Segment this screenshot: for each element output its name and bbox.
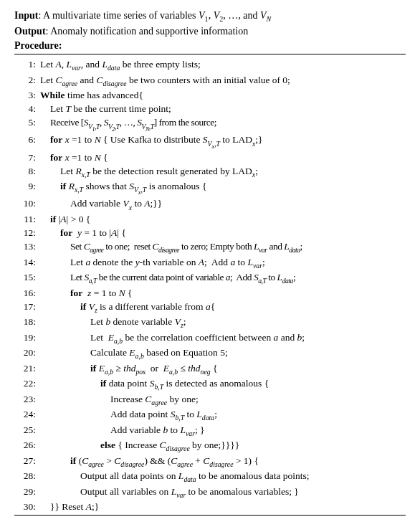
algo-header: Input: A multivariate time series of var…: [14, 9, 406, 52]
code-text: Add variable Vx to A;}}: [40, 196, 162, 212]
lineno: 12:: [14, 226, 40, 239]
code-text: for z = 1 to N {: [40, 286, 133, 300]
code-text: Let A, Lvar, and Ldata be three empty li…: [40, 57, 201, 72]
lineno: 27:: [14, 454, 40, 467]
code-text: Let Sa,T be the current data point of va…: [40, 270, 295, 285]
code-text: Receive [SV1,T, SV2,T, …, SVN,T] from th…: [40, 115, 216, 133]
lineno: 22:: [14, 376, 40, 390]
lineno: 1:: [14, 57, 40, 71]
code-text: for x =1 to N {: [40, 151, 108, 164]
line-28: 28: Output all data points on Ldata to b…: [14, 469, 406, 484]
line-7: 7: for x =1 to N {: [14, 151, 406, 164]
code-text: for y = 1 to |A| {: [40, 226, 126, 239]
line-23: 23: Increase Cagree by one;: [14, 392, 406, 407]
line-25: 25: Add variable b to Lvar; }: [14, 423, 406, 438]
lineno: 8:: [14, 164, 40, 178]
lineno: 7:: [14, 151, 40, 164]
line-10: 10: Add variable Vx to A;}}: [14, 196, 406, 212]
lineno: 18:: [14, 315, 40, 328]
lineno: 5:: [14, 115, 40, 129]
line-21: 21: if Ea,b ≥ thdpos or Ea,b ≤ thdneg {: [14, 361, 406, 376]
lineno: 2:: [14, 73, 40, 87]
input-line: Input: A multivariate time series of var…: [14, 9, 406, 24]
line-5: 5: Receive [SV1,T, SV2,T, …, SVN,T] from…: [14, 115, 406, 133]
code-text: Let Rx,T be the detection result generat…: [40, 164, 258, 179]
code-text: Calculate Ea,b based on Equation 5;: [40, 346, 228, 361]
lineno: 10:: [14, 196, 40, 210]
code-text: if data point Sb,T is detected as anomal…: [40, 376, 269, 391]
code-text: Let Ea,b be the correlation coefficient …: [40, 331, 305, 346]
lineno: 4:: [14, 102, 40, 115]
code-text: Add variable b to Lvar; }: [40, 423, 205, 438]
lineno: 15:: [14, 270, 40, 284]
code-text: Let a denote the y-th variable on A; Add…: [40, 255, 265, 270]
line-19: 19: Let Ea,b be the correlation coeffici…: [14, 331, 406, 346]
line-18: 18: Let b denote variable Vz;: [14, 315, 406, 330]
output-line: Output: Anomaly notification and support…: [14, 24, 406, 39]
lineno: 14:: [14, 255, 40, 269]
line-17: 17: if Vz is a different variable from a…: [14, 300, 406, 315]
line-9: 9: if Rx,T shows that SVx,T is anomalous…: [14, 179, 406, 196]
line-1: 1: Let A, Lvar, and Ldata be three empty…: [14, 57, 406, 72]
line-6: 6: for x =1 to N { Use Kafka to distribu…: [14, 133, 406, 150]
bottom-rule: [14, 515, 406, 516]
line-27: 27: if (Cagree > Cdisagree) && (Cagree +…: [14, 454, 406, 469]
lineno: 6:: [14, 133, 40, 146]
code-text: for x =1 to N { Use Kafka to distribute …: [40, 133, 263, 150]
code-text: Set Cagree to one; reset Cdisagree to ze…: [40, 239, 302, 255]
code-text: Output all variables on Lvar to be anoma…: [40, 485, 299, 500]
code-text: Increase Cagree by one;: [40, 392, 199, 407]
code-text: Let Cagree and Cdisagree be two counters…: [40, 73, 290, 88]
lineno: 20:: [14, 346, 40, 359]
lineno: 23:: [14, 392, 40, 406]
line-4: 4: Let T be the current time point;: [14, 102, 406, 115]
line-22: 22: if data point Sb,T is detected as an…: [14, 376, 406, 391]
code-text: if |A| > 0 {: [40, 212, 90, 226]
algo-body: 1: Let A, Lvar, and Ldata be three empty…: [14, 57, 406, 513]
line-2: 2: Let Cagree and Cdisagree be two count…: [14, 73, 406, 88]
lineno: 9:: [14, 179, 40, 193]
procedure-label: Procedure:: [14, 39, 406, 53]
line-20: 20: Calculate Ea,b based on Equation 5;: [14, 346, 406, 361]
lineno: 28:: [14, 469, 40, 483]
lineno: 25:: [14, 423, 40, 437]
code-text: if Vz is a different variable from a{: [40, 300, 215, 315]
lineno: 24:: [14, 407, 40, 421]
code-text: if Rx,T shows that SVx,T is anomalous {: [40, 179, 206, 196]
line-24: 24: Add data point Sb,T to Ldata;: [14, 407, 406, 422]
figure-caption: Figure 2: The algorithm of RoLA.: [14, 528, 406, 532]
code-text: }} Reset A;}: [40, 500, 99, 513]
lineno: 16:: [14, 286, 40, 300]
line-11: 11: if |A| > 0 {: [14, 212, 406, 226]
line-15: 15: Let Sa,T be the current data point o…: [14, 270, 406, 285]
code-text: While time has advanced{: [40, 88, 143, 102]
code-text: Let T be the current time point;: [40, 102, 171, 115]
line-29: 29: Output all variables on Lvar to be a…: [14, 485, 406, 500]
line-30: 30: }} Reset A;}: [14, 500, 406, 513]
line-13: 13: Set Cagree to one; reset Cdisagree t…: [14, 239, 406, 255]
code-text: Output all data points on Ldata to be an…: [40, 469, 310, 484]
lineno: 19:: [14, 331, 40, 344]
input-text: : A multivariate time series of variable…: [38, 10, 271, 21]
code-text: Add data point Sb,T to Ldata;: [40, 407, 217, 422]
line-26: 26: else { Increase Cdisagree by one;}}}…: [14, 438, 406, 453]
output-label: Output: [14, 26, 46, 37]
lineno: 3:: [14, 88, 40, 102]
code-text: Let b denote variable Vz;: [40, 315, 186, 330]
output-text: : Anomaly notification and supportive in…: [46, 26, 249, 37]
line-8: 8: Let Rx,T be the detection result gene…: [14, 164, 406, 179]
lineno: 13:: [14, 239, 40, 253]
lineno: 30:: [14, 500, 40, 513]
code-text: if (Cagree > Cdisagree) && (Cagree + Cdi…: [40, 454, 259, 469]
lineno: 17:: [14, 300, 40, 313]
code-text: else { Increase Cdisagree by one;}}}}: [40, 438, 239, 453]
line-16: 16: for z = 1 to N {: [14, 286, 406, 300]
lineno: 26:: [14, 438, 40, 452]
lineno: 21:: [14, 361, 40, 375]
line-14: 14: Let a denote the y-th variable on A;…: [14, 255, 406, 270]
top-rule: [14, 54, 406, 54]
line-12: 12: for y = 1 to |A| {: [14, 226, 406, 239]
code-text: if Ea,b ≥ thdpos or Ea,b ≤ thdneg {: [40, 361, 217, 376]
lineno: 11:: [14, 212, 40, 226]
line-3: 3: While time has advanced{: [14, 88, 406, 102]
